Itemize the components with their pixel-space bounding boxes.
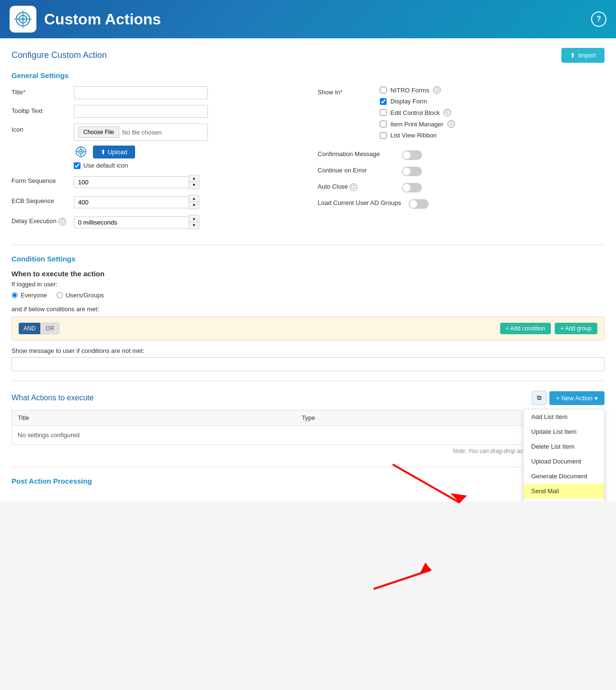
no-file-label: No file chosen (122, 129, 161, 136)
form-seq-down[interactable]: ▼ (189, 182, 199, 189)
svg-point-8 (15, 18, 17, 20)
edit-control-block-checkbox[interactable] (380, 109, 387, 116)
actions-table-scroll: Title Type No settings configured (11, 410, 605, 445)
ecb-seq-input[interactable] (74, 196, 189, 208)
confirmation-message-toggle[interactable] (402, 150, 422, 160)
dropdown-item-add-list-item[interactable]: Add List Item (524, 409, 604, 424)
and-button[interactable]: AND (19, 323, 40, 334)
form-sequence-row: Form Sequence ▲ ▼ (11, 175, 298, 189)
section-divider-1 (11, 245, 605, 245)
form-seq-up[interactable]: ▲ (189, 175, 199, 182)
upload-arrow-icon: ⬆ (101, 148, 106, 156)
or-button[interactable]: OR (40, 323, 59, 334)
display-form-checkbox[interactable] (380, 98, 387, 105)
actions-table: Title Type No settings configured (11, 410, 605, 445)
condition-settings-section: Condition Settings When to execute the a… (11, 255, 605, 371)
ecb-seq-down[interactable]: ▼ (189, 202, 199, 209)
help-icon[interactable]: ? (591, 11, 606, 27)
users-groups-radio[interactable]: Users/Groups (57, 292, 104, 299)
form-seq-spinners: ▲ ▼ (189, 175, 199, 189)
general-settings-title: General Settings (11, 71, 605, 79)
everyone-radio-input[interactable] (11, 292, 18, 298)
ecb-sequence-row: ECB Sequence ▲ ▼ (11, 195, 298, 209)
delay-up[interactable]: ▲ (189, 215, 199, 222)
general-settings-section: General Settings Title* Tooltip Text (11, 71, 605, 235)
main-content: Configure Custom Action ⬆ Import General… (0, 38, 616, 501)
section-divider-3 (11, 467, 605, 467)
svg-point-7 (22, 25, 24, 27)
upload-button[interactable]: ⬆ Upload (93, 146, 135, 158)
actions-section: What Actions to execute ⧉ + New Action ▾… (11, 391, 605, 457)
users-groups-radio-input[interactable] (57, 292, 63, 298)
choose-file-button[interactable]: Choose File (78, 126, 119, 138)
dropdown-item-upload-document[interactable]: Upload Document (524, 454, 604, 469)
condition-actions: + Add condition + Add group (500, 323, 597, 334)
new-action-button[interactable]: + New Action ▾ (549, 391, 605, 405)
ecb-seq-spinner: ▲ ▼ (74, 195, 199, 209)
auto-close-toggle[interactable] (402, 183, 422, 192)
delay-spinners: ▲ ▼ (189, 215, 199, 229)
item-print-manager-checkbox[interactable] (380, 121, 387, 127)
nitro-forms-info-icon[interactable]: ⓘ (433, 86, 441, 94)
continue-on-error-row: Continue on Error (318, 167, 605, 176)
tooltip-input[interactable] (74, 105, 208, 118)
default-icon-checkbox[interactable] (74, 162, 80, 169)
delay-label: Delay Execution ⓘ (11, 215, 69, 226)
svg-point-15 (80, 151, 82, 153)
item-print-manager-info-icon[interactable]: ⓘ (447, 120, 455, 128)
settings-right-col: Show In* NITRO Forms ⓘ Display Form (318, 86, 605, 235)
radio-row: Everyone Users/Groups (11, 292, 605, 299)
dropdown-item-send-mail[interactable]: Send Mail (524, 484, 604, 498)
icon-row: Icon Choose File No file chosen (11, 124, 298, 169)
drag-note: Note: You can drag-drop actions in the g… (11, 445, 605, 457)
edit-control-block-info-icon[interactable]: ⓘ (444, 109, 451, 116)
title-input[interactable] (74, 86, 208, 99)
dropdown-item-update-list-item[interactable]: Update List Item (524, 424, 604, 439)
import-button[interactable]: ⬆ Import (561, 48, 605, 63)
load-current-user-toggle[interactable] (409, 199, 429, 209)
show-in-display-form: Display Form (380, 98, 455, 105)
load-current-user-row: Load Current User AD Groups (318, 199, 605, 209)
page-title: Configure Custom Action (11, 50, 107, 60)
show-message-input[interactable] (11, 357, 605, 371)
copy-button[interactable]: ⧉ (532, 391, 547, 405)
delay-info-icon[interactable]: ⓘ (58, 218, 66, 226)
everyone-radio[interactable]: Everyone (11, 292, 47, 299)
settings-grid: Title* Tooltip Text Icon Choose File No (11, 86, 605, 235)
default-icon-label: Use default icon (83, 162, 128, 169)
actions-title: What Actions to execute (11, 394, 94, 402)
show-in-list-view-ribbon: List View Ribbon (380, 132, 455, 139)
auto-close-info-icon[interactable]: ⓘ (350, 183, 357, 191)
delay-input[interactable] (74, 216, 189, 228)
icon-preview (74, 145, 88, 159)
section-divider-2 (11, 381, 605, 381)
post-action-title: Post Action Processing (11, 477, 605, 485)
condition-box: AND OR + Add condition + Add group (11, 317, 605, 340)
show-message-label: Show message to user if conditions are n… (11, 347, 605, 354)
table-col-title: Title (12, 410, 296, 426)
file-input-area: Choose File No file chosen (74, 124, 208, 141)
settings-left-col: Title* Tooltip Text Icon Choose File No (11, 86, 298, 235)
show-in-options: NITRO Forms ⓘ Display Form Edit Control … (380, 86, 455, 143)
show-in-nitro-forms: NITRO Forms ⓘ (380, 86, 455, 94)
table-row-empty: No settings configured (12, 426, 605, 445)
ecb-seq-up[interactable]: ▲ (189, 195, 199, 202)
upload-icon: ⬆ (570, 52, 575, 59)
title-row: Title* (11, 86, 298, 99)
nitro-forms-checkbox[interactable] (380, 87, 387, 93)
list-view-ribbon-checkbox[interactable] (380, 132, 387, 139)
if-logged-in-label: If logged in user: (11, 281, 605, 288)
add-condition-button[interactable]: + Add condition (500, 323, 551, 334)
continue-on-error-toggle[interactable] (402, 167, 422, 176)
table-header-row: Title Type (12, 410, 605, 426)
form-seq-input[interactable] (74, 176, 189, 188)
delay-down[interactable]: ▼ (189, 222, 199, 229)
copy-icon: ⧉ (537, 394, 541, 401)
add-group-button[interactable]: + Add group (555, 323, 597, 334)
dropdown-item-generate-document[interactable]: Generate Document (524, 469, 604, 484)
and-or-buttons: AND OR (19, 323, 59, 334)
dropdown-item-delete-list-item[interactable]: Delete List Item (524, 439, 604, 454)
dropdown-item-send-sms-text[interactable]: Send SMS Text (524, 498, 604, 501)
confirmation-message-row: Confirmation Message (318, 150, 605, 160)
app-logo (10, 6, 36, 33)
